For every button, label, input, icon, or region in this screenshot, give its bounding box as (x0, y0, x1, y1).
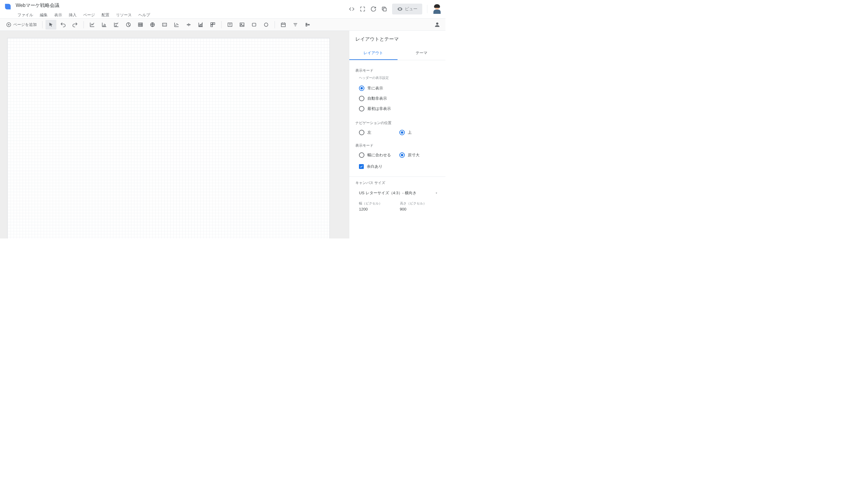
header-divider (427, 5, 427, 13)
radio-auto-hide[interactable]: 自動非表示 (359, 93, 439, 104)
width-value[interactable]: 1200 (359, 207, 395, 211)
bar-chart-icon[interactable] (99, 20, 110, 30)
toolbar-separator (42, 21, 42, 28)
radio-icon (359, 96, 364, 101)
checkbox-has-margin[interactable]: 余白あり (355, 160, 439, 173)
pie-chart-icon[interactable] (123, 20, 134, 30)
tab-theme[interactable]: テーマ (398, 47, 446, 60)
radio-actual-size[interactable]: 原寸大 (399, 150, 440, 160)
nav-position-label: ナビゲーションの位置 (355, 121, 439, 126)
rectangle-icon[interactable] (249, 20, 259, 30)
menu-page[interactable]: ページ (80, 11, 98, 19)
pivot-table-icon[interactable] (207, 20, 218, 30)
menu-resource[interactable]: リソース (113, 11, 135, 19)
view-button[interactable]: ビュー (392, 4, 422, 14)
radio-label: 原寸大 (408, 152, 420, 158)
line-chart-icon[interactable] (87, 20, 98, 30)
svg-text:2.1: 2.1 (163, 24, 166, 26)
date-range-icon[interactable] (278, 20, 289, 30)
redo-icon[interactable] (70, 20, 81, 30)
svg-rect-16 (252, 23, 256, 26)
radio-label: 自動非表示 (367, 96, 387, 101)
header-display-label: ヘッダーの表示設定 (359, 76, 439, 80)
radio-label: 幅に合わせる (367, 152, 391, 158)
copy-icon[interactable] (381, 6, 387, 12)
radio-nav-top[interactable]: 上 (399, 127, 440, 138)
toolbar: ページを追加 2.1 (0, 19, 445, 31)
panel-tabs: レイアウト テーマ (349, 47, 445, 60)
display-mode-label: 表示モード (355, 68, 439, 73)
menu-view[interactable]: 表示 (51, 11, 65, 19)
scorecard-icon[interactable]: 2.1 (159, 20, 170, 30)
add-page-label: ページを追加 (13, 22, 37, 27)
fullscreen-icon[interactable] (360, 6, 366, 12)
radio-icon (359, 130, 364, 135)
height-value[interactable]: 900 (400, 207, 436, 211)
menu-edit[interactable]: 編集 (37, 11, 51, 19)
data-control-icon[interactable] (302, 20, 313, 30)
side-panel: レイアウトとテーマ レイアウト テーマ 表示モード ヘッダーの表示設定 常に表示… (349, 31, 445, 238)
menu-arrange[interactable]: 配置 (98, 11, 113, 19)
tab-layout[interactable]: レイアウト (349, 47, 398, 60)
embed-code-icon[interactable] (349, 6, 355, 12)
svg-rect-18 (281, 23, 285, 27)
menu-file[interactable]: ファイル (14, 11, 36, 19)
refresh-icon[interactable] (370, 6, 376, 12)
user-avatar[interactable] (432, 4, 442, 14)
radio-label: 左 (367, 130, 371, 135)
canvas-size-label: キャンバス サイズ (355, 180, 439, 185)
app-logo-icon (4, 2, 12, 11)
svg-rect-11 (213, 23, 215, 24)
undo-icon[interactable] (58, 20, 68, 30)
radio-label: 上 (408, 130, 412, 135)
select-tool-icon[interactable] (45, 20, 56, 30)
menubar: ファイル 編集 表示 挿入 ページ 配置 リソース ヘルプ (14, 11, 153, 19)
geo-chart-icon[interactable] (147, 20, 158, 30)
report-canvas[interactable] (7, 38, 330, 238)
menu-help[interactable]: ヘルプ (135, 11, 153, 19)
radio-always-show[interactable]: 常に表示 (359, 83, 439, 93)
radio-label: 常に表示 (367, 86, 383, 91)
document-title[interactable]: Webマーケ戦略会議 (14, 2, 153, 9)
filter-control-icon[interactable] (290, 20, 301, 30)
svg-point-7 (176, 25, 176, 25)
panel-title: レイアウトとテーマ (349, 31, 445, 47)
panel-divider (349, 176, 445, 177)
menu-insert[interactable]: 挿入 (66, 11, 80, 19)
checkbox-label: 余白あり (367, 164, 382, 169)
svg-point-8 (177, 24, 177, 24)
svg-rect-3 (138, 23, 142, 27)
svg-point-17 (264, 23, 268, 27)
radio-icon (359, 86, 364, 91)
canvas-size-select[interactable]: US レターサイズ（4:3）- 横向き (355, 187, 439, 199)
view-button-label: ビュー (405, 6, 417, 12)
svg-rect-14 (240, 23, 244, 27)
bullet-chart-icon[interactable] (183, 20, 194, 30)
radio-label: 最初は非表示 (367, 106, 391, 111)
svg-point-19 (308, 24, 309, 25)
radio-nav-left[interactable]: 左 (359, 127, 399, 138)
text-box-icon[interactable] (224, 20, 236, 30)
radio-icon (399, 152, 405, 158)
radio-initially-hidden[interactable]: 最初は非表示 (359, 104, 439, 114)
svg-rect-0 (383, 8, 386, 11)
radio-fit-width[interactable]: 幅に合わせる (359, 150, 399, 160)
svg-rect-12 (211, 25, 213, 27)
width-label: 幅（ピクセル） (359, 201, 395, 206)
toolbar-separator (84, 21, 84, 28)
add-page-button[interactable]: ページを追加 (4, 22, 39, 27)
radio-icon (359, 106, 364, 111)
canvas-area[interactable] (0, 31, 349, 238)
circle-icon[interactable] (261, 20, 272, 30)
add-people-icon[interactable] (431, 20, 442, 30)
image-icon[interactable] (237, 20, 247, 30)
table-chart-icon[interactable] (135, 20, 146, 30)
scatter-chart-icon[interactable] (171, 20, 182, 30)
display-mode2-label: 表示モード (355, 143, 439, 148)
combo-chart-icon[interactable] (111, 20, 122, 30)
radio-icon (399, 130, 405, 135)
app-header: Webマーケ戦略会議 ファイル 編集 表示 挿入 ページ 配置 リソース ヘルプ… (0, 0, 445, 19)
svg-rect-10 (211, 23, 213, 24)
toolbar-separator (275, 21, 275, 28)
area-chart-icon[interactable] (195, 20, 206, 30)
